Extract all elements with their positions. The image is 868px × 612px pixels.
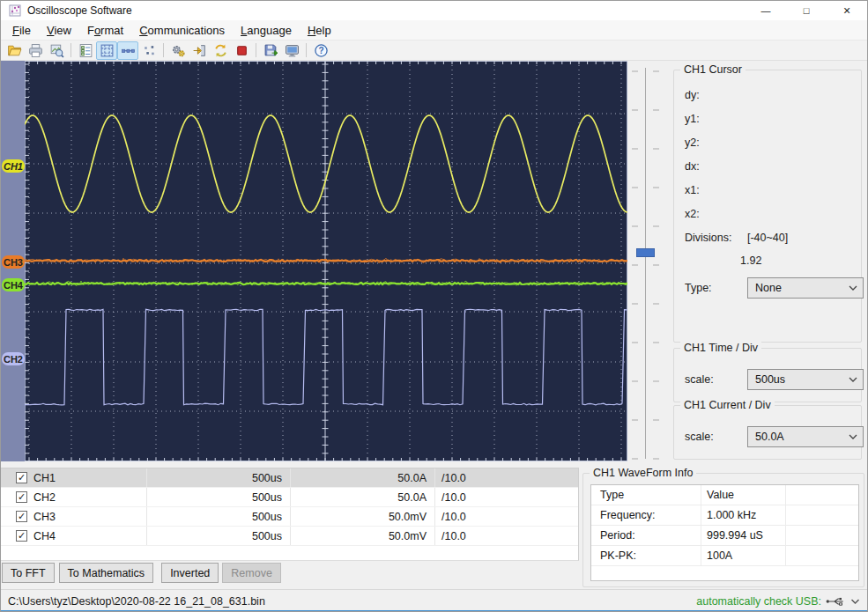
current-scale-select[interactable]: 50.0A <box>747 426 864 447</box>
print-icon[interactable] <box>25 41 46 60</box>
grid-display-icon[interactable] <box>96 41 117 60</box>
chevron-down-icon <box>849 284 857 291</box>
maximize-button[interactable]: □ <box>786 1 827 20</box>
info-row: PK-PK:100A <box>591 546 858 566</box>
toolbar: ? <box>1 41 867 61</box>
action-button-row: To FFT To Mathematics Inverted Remove <box>1 563 285 584</box>
info-row: Period:999.994 uS <box>591 526 858 546</box>
channel-scale: 50.0mV <box>290 507 434 526</box>
time-scale-value: 500us <box>755 373 785 386</box>
cursor-type-value: None <box>755 282 782 294</box>
channel-scale: 50.0A <box>290 488 434 506</box>
minimize-button[interactable]: — <box>746 1 786 20</box>
info-header-row: TypeValue <box>591 485 858 505</box>
close-button[interactable]: × <box>827 1 867 20</box>
cursor-field-y2: y2: <box>674 130 861 154</box>
stop-icon[interactable] <box>231 41 252 60</box>
checkbox-ch2[interactable]: ✓ <box>16 491 27 503</box>
current-scale-value: 50.0A <box>755 431 784 443</box>
divisions-label: Divisions: <box>685 232 732 244</box>
info-type: Frequency: <box>591 505 701 525</box>
menu-communications[interactable]: Communications <box>131 22 233 39</box>
menu-file[interactable]: File <box>4 22 39 39</box>
points-display-icon[interactable] <box>138 41 160 60</box>
channel-tag-ch3[interactable]: CH3 <box>2 255 25 269</box>
slider-handle[interactable] <box>636 248 655 257</box>
chevron-down-icon[interactable] <box>850 597 860 606</box>
current-div-title: CH1 Current / Div <box>680 399 775 411</box>
channel-list-icon[interactable] <box>75 41 96 60</box>
info-type: Period: <box>591 526 701 545</box>
scope-display[interactable] <box>25 61 627 461</box>
window-title: Oscilloscope Software <box>27 4 132 17</box>
dots-display-icon[interactable] <box>117 41 138 60</box>
channel-probe: /10.0 <box>434 468 578 487</box>
channel-tag-ch2[interactable]: CH2 <box>2 352 25 365</box>
right-panel: CH1 Cursor dy:y1:y2:dx:x1:x2: Divisions:… <box>666 61 868 466</box>
time-scale-label: scale: <box>685 373 714 386</box>
table-row-ch1[interactable]: ✓CH1500us50.0A/10.0 <box>1 468 578 488</box>
channel-name: CH4 <box>33 530 56 542</box>
channel-time: 500us <box>146 507 290 526</box>
toolbar-separator <box>306 43 307 57</box>
menu-view[interactable]: View <box>39 22 79 39</box>
cursor-type-select[interactable]: None <box>747 277 864 299</box>
cursor-field-dx: dx: <box>674 154 861 178</box>
cursor-groupbox: CH1 Cursor dy:y1:y2:dx:x1:x2: Divisions:… <box>673 70 862 343</box>
scope-area: CH1CH3CH4CH2 CH1 Cursor dy:y1:y2:dx:x1:x… <box>1 61 868 466</box>
menu-help[interactable]: Help <box>300 22 339 39</box>
refresh-icon[interactable] <box>210 41 231 60</box>
info-header-value: Value <box>701 485 785 505</box>
cursor-group-title: CH1 Cursor <box>680 63 746 76</box>
to-mathematics-button[interactable]: To Mathematics <box>59 563 154 583</box>
channel-tag-ch1[interactable]: CH1 <box>2 159 25 173</box>
channel-table: ✓CH1500us50.0A/10.0✓CH2500us50.0A/10.0✓C… <box>1 468 579 561</box>
info-value: 100A <box>701 546 785 565</box>
table-row-ch4[interactable]: ✓CH4500us50.0mV/10.0 <box>1 527 578 546</box>
inverted-button[interactable]: Inverted <box>161 563 219 583</box>
cursor-type-label: Type: <box>685 282 712 294</box>
status-bar: C:\Users\tyz\Desktop\2020-08-22 16_21_08… <box>1 589 868 612</box>
channel-probe: /10.0 <box>434 527 578 545</box>
time-scale-select[interactable]: 500us <box>747 369 864 390</box>
file-path: C:\Users\tyz\Desktop\2020-08-22 16_21_08… <box>1 595 265 608</box>
channel-tag-ch4[interactable]: CH4 <box>2 278 25 291</box>
menu-format[interactable]: Format <box>79 22 131 39</box>
toolbar-separator <box>163 43 164 57</box>
checkbox-ch1[interactable]: ✓ <box>16 472 27 483</box>
checkbox-ch4[interactable]: ✓ <box>16 530 27 542</box>
info-header-type: Type <box>591 485 701 505</box>
divisions-range: [-40~40] <box>747 232 788 244</box>
divisions-value: 1.92 <box>674 244 861 267</box>
svg-text:?: ? <box>318 46 323 55</box>
cursor-field-dy: dy: <box>674 83 861 107</box>
menu-language[interactable]: Language <box>233 22 300 39</box>
connect-device-icon[interactable] <box>189 41 210 60</box>
settings-gears-icon[interactable] <box>167 41 189 60</box>
current-scale-label: scale: <box>685 431 714 443</box>
checkbox-ch3[interactable]: ✓ <box>16 511 27 522</box>
toolbar-separator <box>256 43 256 57</box>
title-bar: Oscilloscope Software — □ × <box>1 1 867 20</box>
channel-scale: 50.0A <box>290 468 434 487</box>
print-preview-icon[interactable] <box>46 41 67 60</box>
menu-bar: FileViewFormatCommunicationsLanguageHelp <box>1 20 867 41</box>
table-row-ch2[interactable]: ✓CH2500us50.0A/10.0 <box>1 488 578 507</box>
remove-button: Remove <box>222 563 281 583</box>
info-type: PK-PK: <box>591 546 701 565</box>
info-value: 999.994 uS <box>701 526 785 545</box>
usb-icon <box>826 595 843 608</box>
table-row-ch3[interactable]: ✓CH3500us50.0mV/10.0 <box>1 507 578 527</box>
open-icon[interactable] <box>4 41 25 60</box>
to-fft-button[interactable]: To FFT <box>2 563 55 583</box>
waveform-info-groupbox: CH1 WaveForm Info TypeValueFrequency:1.0… <box>582 473 864 587</box>
vertical-position-slider <box>627 61 666 466</box>
channel-probe: /10.0 <box>434 507 578 526</box>
time-div-groupbox: CH1 Time / Div scale: 500us <box>673 348 862 402</box>
cursor-field-y1: y1: <box>674 107 861 130</box>
save-data-icon[interactable] <box>260 41 281 60</box>
info-row: Frequency:1.000 kHz <box>591 505 858 526</box>
screen-capture-icon[interactable] <box>281 41 302 60</box>
help-icon[interactable]: ? <box>310 41 331 60</box>
cursor-field-x2: x2: <box>674 202 861 225</box>
